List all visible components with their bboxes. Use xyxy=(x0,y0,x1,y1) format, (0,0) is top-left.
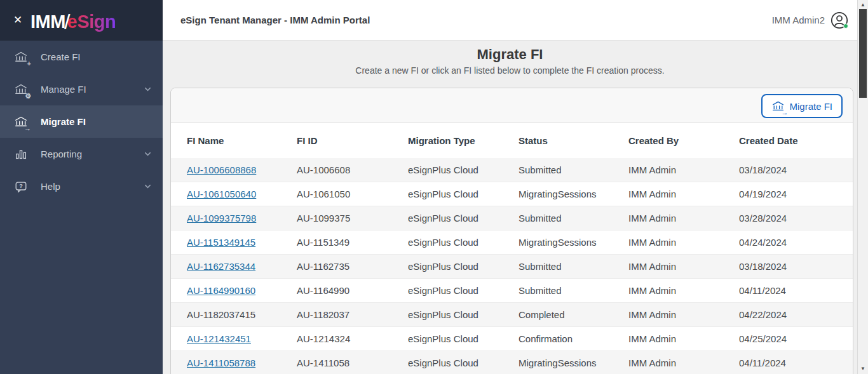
fi-name-cell: AU-1162735344 xyxy=(187,261,297,272)
fi-name-link[interactable]: AU-1164990160 xyxy=(187,285,255,296)
logo-imm: IMM xyxy=(31,11,65,32)
sidebar-logo-bar: ✕ IMM/eSign xyxy=(0,0,163,41)
bank-arrow-icon: → xyxy=(771,100,785,113)
status-cell: Confirmation xyxy=(519,333,628,344)
online-status-dot xyxy=(843,23,848,29)
migration-type-cell: eSignPlus Cloud xyxy=(408,285,519,296)
fi-id-cell: AU-1099375 xyxy=(297,213,408,224)
sidebar-item-reporting[interactable]: Reporting xyxy=(0,138,163,170)
table-row: AU-1061050640AU-1061050eSignPlus CloudMi… xyxy=(171,182,853,206)
created-date-cell: 03/18/2024 xyxy=(739,261,853,272)
fi-name-cell: AU-1411058788 xyxy=(187,357,297,368)
fi-name-link[interactable]: AU-1006608868 xyxy=(187,164,256,175)
chevron-down-icon xyxy=(143,149,153,159)
fi-name-link[interactable]: AU-1061050640 xyxy=(187,189,256,199)
table-row: AU-1164990160AU-1164990eSignPlus CloudSu… xyxy=(171,279,853,303)
fi-name-cell: AU-1164990160 xyxy=(187,285,297,296)
status-cell: Submitted xyxy=(519,213,628,224)
column-header-fi-id: FI ID xyxy=(297,135,408,146)
migration-type-cell: eSignPlus Cloud xyxy=(408,261,519,272)
status-cell: Completed xyxy=(519,309,628,320)
created-date-cell: 04/11/2024 xyxy=(739,285,853,296)
status-cell: MigratingSessions xyxy=(519,237,628,248)
created-by-cell: IMM Admin xyxy=(628,189,739,199)
logo-slash: / xyxy=(64,10,70,34)
fi-id-cell: AU-1214324 xyxy=(297,333,408,344)
created-date-cell: 03/28/2024 xyxy=(739,213,853,224)
svg-text:?: ? xyxy=(19,183,23,189)
user-name: IMM Admin2 xyxy=(772,15,825,25)
column-header-fi-name: FI Name xyxy=(187,135,297,146)
sidebar-close-button[interactable]: ✕ xyxy=(9,11,27,29)
table-row: AU-1162735344AU-1162735eSignPlus CloudSu… xyxy=(171,255,853,279)
fi-name-link[interactable]: AU-1099375798 xyxy=(187,213,256,224)
fi-id-cell: AU-1061050 xyxy=(297,189,408,199)
fi-name-link[interactable]: AU-121432451 xyxy=(187,333,251,344)
sidebar-item-label: Create FI xyxy=(41,51,81,62)
scrollbar-thumb[interactable] xyxy=(859,9,867,98)
help-icon: ? xyxy=(14,180,28,194)
table-row: AU-1411058788AU-1411058eSignPlus CloudMi… xyxy=(171,351,853,374)
created-date-cell: 04/25/2024 xyxy=(739,333,853,344)
created-by-cell: IMM Admin xyxy=(628,309,739,320)
table-row: AU-1006608868AU-1006608eSignPlus CloudSu… xyxy=(171,158,853,182)
bank-arrow-icon: → xyxy=(14,115,28,129)
created-by-cell: IMM Admin xyxy=(628,164,739,175)
column-header-created-by: Created By xyxy=(628,135,739,146)
chevron-down-icon xyxy=(143,84,153,94)
created-by-cell: IMM Admin xyxy=(628,333,739,344)
status-cell: MigratingSessions xyxy=(519,357,628,368)
user-avatar-icon[interactable] xyxy=(831,11,848,29)
sidebar-item-help[interactable]: ?Help xyxy=(0,170,163,203)
created-date-cell: 04/11/2024 xyxy=(739,357,853,368)
migration-type-cell: eSignPlus Cloud xyxy=(408,333,519,344)
column-header-status: Status xyxy=(519,135,628,146)
migrate-fi-button[interactable]: → Migrate FI xyxy=(761,94,843,118)
scroll-up-arrow-icon[interactable]: ▲ xyxy=(858,1,868,10)
column-header-migration-type: Migration Type xyxy=(408,135,519,146)
scroll-down-arrow-icon[interactable]: ▼ xyxy=(858,364,868,373)
fi-id-cell: AU-1164990 xyxy=(297,285,408,296)
created-by-cell: IMM Admin xyxy=(628,261,739,272)
fi-name-link[interactable]: AU-1411058788 xyxy=(187,357,255,368)
fi-name-cell: AU-121432451 xyxy=(187,333,297,344)
main-content: Migrate FI Create a new FI or click an F… xyxy=(163,41,857,374)
user-menu[interactable]: IMM Admin2 xyxy=(772,11,848,29)
fi-name-cell: AU-1182037415 xyxy=(187,309,297,320)
page-title: Migrate FI xyxy=(163,46,857,63)
table-row: AU-1151349145AU-1151349eSignPlus CloudMi… xyxy=(171,230,853,255)
migration-type-cell: eSignPlus Cloud xyxy=(408,189,519,199)
column-header-created-date: Created Date xyxy=(739,135,853,146)
sidebar-item-manage-fi[interactable]: ⚙Manage FI xyxy=(0,73,163,105)
app-header: eSign Tenant Manager - IMM Admin Portal … xyxy=(163,0,857,41)
created-date-cell: 04/19/2024 xyxy=(739,189,853,199)
sidebar-item-migrate-fi[interactable]: →Migrate FI xyxy=(0,105,163,138)
fi-id-cell: AU-1162735 xyxy=(297,261,408,272)
sidebar-nav-items: +Create FI⚙Manage FI→Migrate FIReporting… xyxy=(0,41,163,203)
migration-type-cell: eSignPlus Cloud xyxy=(408,164,519,175)
fi-name-text: AU-1182037415 xyxy=(187,309,255,320)
fi-name-cell: AU-1099375798 xyxy=(187,213,297,224)
logo-esign: eSign xyxy=(67,11,116,32)
sidebar-item-label: Help xyxy=(41,181,60,192)
table-row: AU-1099375798AU-1099375eSignPlus CloudSu… xyxy=(171,206,853,230)
fi-table: AU-1006608868AU-1006608eSignPlus CloudSu… xyxy=(171,158,853,374)
bank-gear-icon: ⚙ xyxy=(14,83,28,97)
fi-id-cell: AU-1182037 xyxy=(297,309,408,320)
fi-name-link[interactable]: AU-1151349145 xyxy=(187,237,255,248)
status-cell: Submitted xyxy=(519,261,628,272)
vertical-scrollbar[interactable]: ▲ ▼ xyxy=(857,0,868,374)
fi-name-cell: AU-1151349145 xyxy=(187,237,297,248)
status-cell: MigratingSessions xyxy=(519,189,628,199)
app-logo: IMM/eSign xyxy=(31,8,116,33)
sidebar-item-create-fi[interactable]: +Create FI xyxy=(0,41,163,73)
fi-id-cell: AU-1411058 xyxy=(297,357,408,368)
migrate-fi-card: → Migrate FI FI NameFI IDMigration TypeS… xyxy=(170,88,853,374)
sidebar: ✕ IMM/eSign +Create FI⚙Manage FI→Migrate… xyxy=(0,0,163,374)
chevron-down-icon xyxy=(143,182,153,191)
migrate-fi-button-label: Migrate FI xyxy=(789,101,832,112)
card-toolbar: → Migrate FI xyxy=(171,88,853,123)
table-header-row: FI NameFI IDMigration TypeStatusCreated … xyxy=(171,123,853,158)
page-header-title: eSign Tenant Manager - IMM Admin Portal xyxy=(180,15,370,25)
fi-name-link[interactable]: AU-1162735344 xyxy=(187,261,255,272)
